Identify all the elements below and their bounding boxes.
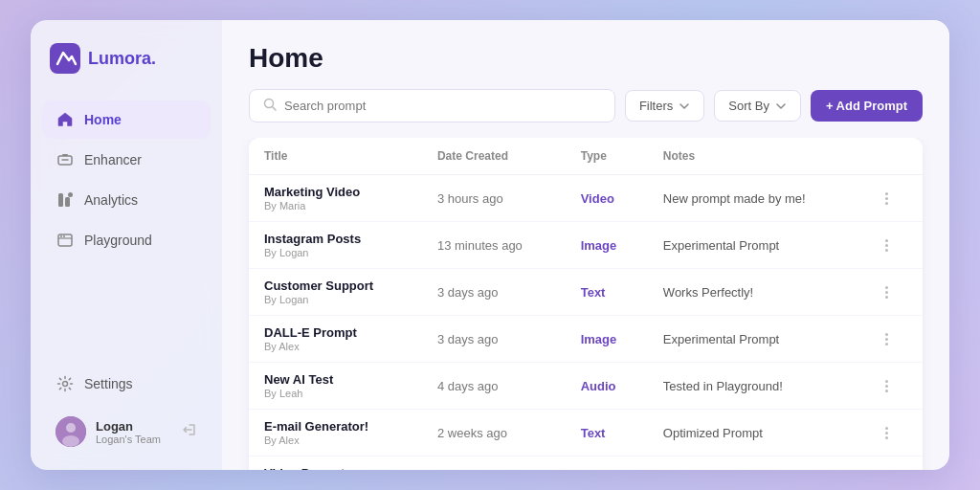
svg-point-13	[66, 423, 76, 433]
prompt-author-5: By Alex	[264, 434, 407, 446]
cell-notes-6: Requested Prompt	[648, 457, 862, 471]
cell-notes-3: Experimental Prompt	[648, 316, 862, 363]
cell-more-5	[862, 410, 923, 457]
type-badge-4: Audio	[581, 379, 616, 393]
user-row[interactable]: Logan Logan's Team	[46, 409, 207, 455]
more-button-3[interactable]	[878, 329, 896, 349]
cell-notes-2: Works Perfectly!	[648, 269, 862, 316]
svg-rect-0	[50, 43, 80, 74]
more-button-4[interactable]	[878, 376, 896, 396]
sidebar: Lumora. Home	[31, 20, 222, 470]
prompt-author-1: By Logan	[264, 247, 407, 258]
prompt-title-2: Customer Support	[264, 278, 407, 293]
logo: Lumora.	[31, 43, 222, 100]
notes-text-5: Optimized Prompt	[663, 426, 763, 440]
cell-more-4	[862, 363, 923, 410]
col-title: Title	[249, 138, 422, 175]
notes-text-4: Tested in Playground!	[663, 379, 783, 393]
type-badge-1: Image	[581, 238, 617, 253]
user-team: Logan's Team	[96, 434, 172, 445]
cell-type-4: Audio	[566, 363, 648, 410]
cell-type-0: Video	[566, 175, 648, 222]
cell-date-1: 13 minutes ago	[422, 222, 566, 269]
prompt-author-0: By Maria	[264, 200, 407, 212]
toolbar: Filters Sort By + Add Prompt	[249, 89, 923, 122]
cell-more-3	[862, 316, 923, 363]
more-button-1[interactable]	[878, 235, 896, 256]
add-prompt-button[interactable]: + Add Prompt	[811, 90, 923, 122]
table-container: Title Date Created Type Notes Marketing …	[222, 138, 949, 470]
date-text-2: 3 days ago	[437, 285, 499, 300]
more-button-2[interactable]	[878, 282, 896, 302]
cell-more-6	[862, 457, 923, 471]
cell-more-1	[862, 222, 923, 269]
cell-title-0: Marketing Video By Maria	[249, 175, 422, 222]
logo-icon	[50, 43, 80, 74]
cell-type-5: Text	[566, 410, 648, 457]
table-row: Customer Support By Logan 3 days ago Tex…	[249, 269, 923, 316]
cell-type-3: Image	[566, 316, 648, 363]
table-row: Video Prompt By Alex 1 week ago Video Re…	[249, 457, 923, 471]
prompt-author-3: By Alex	[264, 341, 407, 352]
sidebar-item-enhancer[interactable]: Enhancer	[42, 141, 211, 179]
prompt-title-6: Video Prompt	[264, 466, 407, 470]
page-title: Home	[249, 43, 923, 74]
svg-point-14	[62, 435, 79, 447]
prompt-author-2: By Logan	[264, 294, 407, 305]
filters-button[interactable]: Filters	[625, 90, 704, 122]
col-date: Date Created	[422, 138, 566, 175]
type-badge-0: Video	[581, 191, 614, 206]
search-box	[249, 89, 615, 122]
sort-button[interactable]: Sort By	[714, 90, 801, 122]
cell-type-1: Image	[566, 222, 648, 269]
more-button-6[interactable]	[878, 470, 896, 471]
search-input[interactable]	[284, 99, 601, 113]
svg-rect-4	[58, 193, 63, 207]
sidebar-home-label: Home	[84, 112, 122, 127]
cell-notes-0: New prompt made by me!	[648, 175, 862, 222]
prompt-title-3: DALL-E Prompt	[264, 325, 407, 340]
table-row: Marketing Video By Maria 3 hours ago Vid…	[249, 175, 923, 222]
avatar	[56, 416, 86, 447]
cell-title-3: DALL-E Prompt By Alex	[249, 316, 422, 363]
cell-more-0	[862, 175, 923, 222]
notes-text-3: Experimental Prompt	[663, 332, 779, 346]
cell-title-2: Customer Support By Logan	[249, 269, 422, 316]
sidebar-item-playground[interactable]: Playground	[42, 221, 211, 259]
settings-label: Settings	[84, 376, 133, 391]
type-badge-5: Text	[581, 426, 606, 440]
logout-icon[interactable]	[182, 422, 197, 441]
notes-text-1: Experimental Prompt	[663, 238, 779, 253]
cell-date-4: 4 days ago	[422, 363, 566, 410]
cell-date-5: 2 weeks ago	[422, 410, 566, 457]
table-header: Title Date Created Type Notes	[249, 138, 923, 175]
main-header: Home Filters	[222, 20, 949, 138]
chevron-down-icon	[679, 100, 690, 112]
sidebar-bottom: Settings Logan Logan's Team	[31, 355, 222, 455]
settings-item[interactable]: Settings	[46, 367, 207, 401]
table-row: DALL-E Prompt By Alex 3 days ago Image E…	[249, 316, 923, 363]
svg-point-9	[60, 235, 62, 237]
sidebar-enhancer-label: Enhancer	[84, 152, 142, 167]
table-row: New AI Test By Leah 4 days ago Audio Tes…	[249, 363, 923, 410]
sidebar-item-home[interactable]: Home	[42, 100, 211, 139]
cell-title-1: Instagram Posts By Logan	[249, 222, 422, 269]
cell-date-6: 1 week ago	[422, 457, 566, 471]
cell-date-3: 3 days ago	[422, 316, 566, 363]
more-button-5[interactable]	[878, 423, 896, 443]
enhancer-icon	[56, 150, 75, 169]
col-actions	[862, 138, 923, 175]
sidebar-item-analytics[interactable]: Analytics	[42, 181, 211, 219]
cell-type-2: Text	[566, 269, 648, 316]
notes-text-0: New prompt made by me!	[663, 191, 806, 206]
cell-title-6: Video Prompt By Alex	[249, 457, 422, 471]
more-button-0[interactable]	[878, 189, 896, 209]
svg-point-6	[68, 192, 73, 197]
search-icon	[263, 98, 277, 114]
prompt-title-1: Instagram Posts	[264, 232, 407, 246]
svg-point-10	[63, 235, 65, 237]
date-text-4: 4 days ago	[437, 379, 499, 393]
svg-line-16	[273, 107, 277, 111]
cell-title-5: E-mail Generator! By Alex	[249, 410, 422, 457]
chevron-down-icon-sort	[775, 100, 787, 112]
